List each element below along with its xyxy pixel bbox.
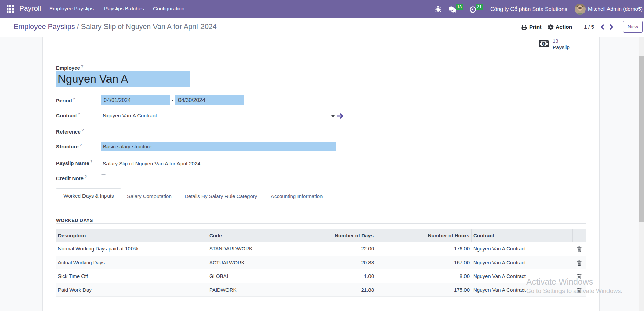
svg-text:1: 1 [543,42,545,46]
